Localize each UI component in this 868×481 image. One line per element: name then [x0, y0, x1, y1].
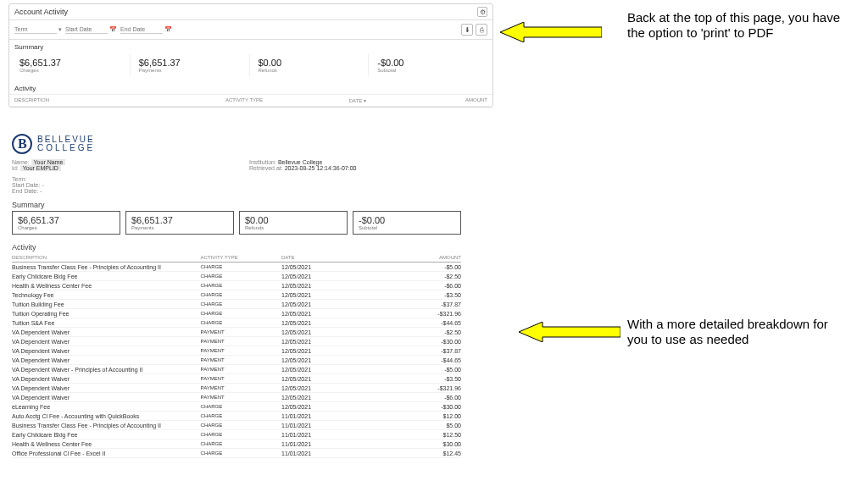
- table-row: Early Childcare Bldg FeeCharge12/05/2021…: [12, 272, 461, 281]
- table-row: Tuition Operating FeeCharge12/05/2021-$3…: [12, 309, 461, 318]
- summary-title: Summary: [9, 40, 492, 53]
- summary-subtotal: -$0.00 Subtotal: [372, 54, 487, 76]
- cell-description: Office Professional Cl Fee - Excel II: [12, 449, 201, 458]
- report-summary-refunds: $0.00 Refunds: [239, 211, 348, 235]
- cell-description: Technology Fee: [12, 290, 201, 300]
- cell-amount: -$37.87: [381, 346, 461, 356]
- cell-description: Auto Acctg Cl Fee - Accounting with Quic…: [12, 412, 201, 421]
- cell-amount: $5.00: [381, 421, 461, 430]
- end-date-input[interactable]: End Date: [120, 25, 163, 34]
- cell-date: 12/05/2021: [281, 281, 381, 290]
- cell-description: VA Dependent Waiver: [12, 356, 201, 365]
- cell-description: Tuition Operating Fee: [12, 309, 201, 318]
- cell-amount: -$30.00: [381, 337, 461, 346]
- logo-icon: [12, 134, 32, 154]
- cell-description: Health & Wellness Center Fee: [12, 440, 201, 449]
- report-summary-charges: $6,651.37 Charges: [12, 211, 120, 235]
- cell-date: 12/05/2021: [281, 328, 381, 337]
- cell-amount: -$5.00: [381, 263, 461, 272]
- cell-date: 12/05/2021: [281, 346, 381, 356]
- cell-description: Early Childcare Bldg Fee: [12, 430, 201, 440]
- table-row: VA Dependent WaiverPayment12/05/2021-$30…: [12, 337, 461, 346]
- callout-top: Back at the top of this page, you have t…: [627, 10, 848, 41]
- cell-amount: -$3.50: [381, 374, 461, 384]
- cell-amount: $12.50: [381, 430, 461, 440]
- cell-date: 12/05/2021: [281, 309, 381, 318]
- cell-date: 12/05/2021: [281, 374, 381, 384]
- cell-date: 11/01/2021: [281, 412, 381, 421]
- cell-date: 12/05/2021: [281, 300, 381, 309]
- cell-amount: -$6.00: [381, 281, 461, 290]
- cell-amount: $30.00: [381, 440, 461, 449]
- table-row: Health & Wellness Center FeeCharge11/01/…: [12, 440, 461, 449]
- summary-refunds: $0.00 Refunds: [253, 54, 370, 76]
- col-type: Activity Type: [225, 97, 296, 103]
- col-date[interactable]: Date ▾: [296, 97, 417, 103]
- table-row: VA Dependent WaiverPayment12/05/2021-$6.…: [12, 393, 461, 402]
- cell-description: Tuition S&A Fee: [12, 318, 201, 328]
- chevron-down-icon[interactable]: ▾: [58, 26, 62, 33]
- summary-payments: $6,651.37 Payments: [134, 54, 250, 76]
- table-row: VA Dependent WaiverPayment12/05/2021-$2.…: [12, 328, 461, 337]
- calendar-icon[interactable]: 📅: [164, 26, 172, 33]
- cell-type: Charge: [201, 281, 281, 290]
- report-activity-table: Description Activity Type Date Amount Bu…: [12, 253, 461, 458]
- cell-type: Charge: [201, 309, 281, 318]
- print-button[interactable]: ⎙: [476, 24, 487, 36]
- cell-date: 12/05/2021: [281, 384, 381, 393]
- cell-amount: -$30.00: [381, 402, 461, 412]
- cell-date: 11/01/2021: [281, 421, 381, 430]
- settings-icon[interactable]: ⚙: [477, 7, 487, 17]
- report-table-header: Description Activity Type Date Amount: [12, 253, 461, 263]
- cell-type: Charge: [201, 290, 281, 300]
- summary-row: $6,651.37 Charges $6,651.37 Payments $0.…: [9, 53, 492, 81]
- svg-marker-0: [500, 22, 602, 42]
- table-row: Business Transfer Class Fee - Principles…: [12, 421, 461, 430]
- panel-header: Account Activity ⚙: [9, 4, 492, 20]
- table-row: Office Professional Cl Fee - Excel IICha…: [12, 449, 461, 458]
- cell-type: Payment: [201, 393, 281, 402]
- cell-description: Business Transfer Class Fee - Principles…: [12, 421, 201, 430]
- cell-type: Charge: [201, 272, 281, 281]
- cell-date: 12/05/2021: [281, 356, 381, 365]
- cell-description: VA Dependent Waiver: [12, 337, 201, 346]
- printed-report: BELLEVUE COLLEGE Name: Your Name Id: You…: [12, 134, 461, 458]
- report-summary-payments: $6,651.37 Payments: [125, 211, 234, 235]
- cell-amount: -$2.50: [381, 328, 461, 337]
- cell-description: Business Transfer Class Fee - Principles…: [12, 263, 201, 272]
- cell-type: Charge: [201, 263, 281, 272]
- cell-type: Charge: [201, 402, 281, 412]
- report-activity-title: Activity: [12, 243, 461, 252]
- col-amount: Amount: [417, 97, 487, 103]
- cell-amount: -$321.96: [381, 309, 461, 318]
- table-row: Early Childcare Bldg FeeCharge11/01/2021…: [12, 430, 461, 440]
- cell-date: 11/01/2021: [281, 440, 381, 449]
- calendar-icon[interactable]: 📅: [109, 26, 117, 33]
- cell-amount: -$44.65: [381, 356, 461, 365]
- cell-type: Payment: [201, 374, 281, 384]
- cell-date: 12/05/2021: [281, 393, 381, 402]
- table-row: Tuition Building FeeCharge12/05/2021-$37…: [12, 300, 461, 309]
- cell-date: 12/05/2021: [281, 318, 381, 328]
- cell-type: Charge: [201, 430, 281, 440]
- term-select[interactable]: Term: [14, 25, 57, 34]
- account-activity-panel: Account Activity ⚙ Term ▾ Start Date 📅 E…: [8, 3, 493, 108]
- col-type: Activity Type: [201, 253, 281, 263]
- cell-type: Charge: [201, 421, 281, 430]
- term-block: Term: Start Date: - End Date: -: [12, 176, 461, 194]
- cell-description: VA Dependent Waiver: [12, 374, 201, 384]
- cell-description: Tuition Building Fee: [12, 300, 201, 309]
- cell-type: Charge: [201, 449, 281, 458]
- table-row: VA Dependent Waiver - Principles of Acco…: [12, 365, 461, 374]
- col-date: Date: [281, 253, 381, 263]
- cell-type: Payment: [201, 328, 281, 337]
- callout-arrow-bottom: [519, 322, 620, 342]
- download-button[interactable]: ⬇: [461, 24, 473, 36]
- panel-title: Account Activity: [14, 8, 68, 16]
- cell-amount: -$37.87: [381, 300, 461, 309]
- table-row: VA Dependent WaiverPayment12/05/2021-$44…: [12, 356, 461, 365]
- cell-amount: -$5.00: [381, 365, 461, 374]
- table-row: Technology FeeCharge12/05/2021-$3.50: [12, 290, 461, 300]
- start-date-input[interactable]: Start Date: [65, 25, 108, 34]
- cell-description: VA Dependent Waiver: [12, 384, 201, 393]
